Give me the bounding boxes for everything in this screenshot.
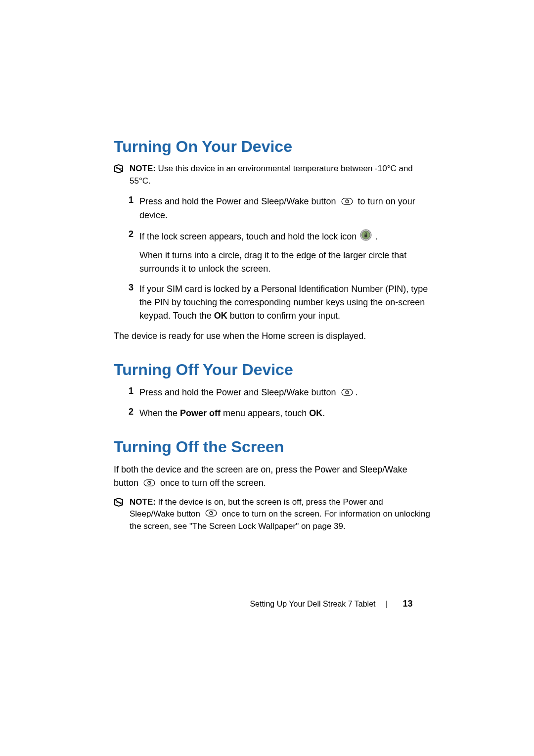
page-number: 13 — [403, 599, 413, 609]
text-part: . — [322, 408, 325, 418]
list-item: 2 If the lock screen appears, touch and … — [122, 229, 430, 276]
text-part: once to turn off the screen. — [160, 478, 266, 488]
list-body: If your SIM card is locked by a Personal… — [139, 283, 430, 323]
list-body: Press and hold the Power and Sleep/Wake … — [139, 386, 430, 400]
note-icon — [114, 497, 124, 507]
text-part: . — [356, 387, 358, 397]
list-number: 1 — [122, 195, 134, 205]
list-item: 1 Press and hold the Power and Sleep/Wak… — [122, 195, 430, 222]
list-item: 3 If your SIM card is locked by a Person… — [122, 283, 430, 323]
ordered-list-turning-off-device: 1 Press and hold the Power and Sleep/Wak… — [122, 386, 430, 420]
power-button-icon — [340, 195, 355, 209]
list-number: 3 — [122, 283, 134, 293]
text-part: Press and hold the Power and Sleep/Wake … — [139, 387, 339, 397]
list-number: 2 — [122, 229, 134, 239]
list-body: Press and hold the Power and Sleep/Wake … — [139, 195, 430, 222]
heading-turning-on: Turning On Your Device — [114, 138, 430, 156]
footer-separator: | — [386, 600, 388, 608]
screen-off-para: If both the device and the screen are on… — [114, 463, 430, 490]
power-button-icon — [142, 477, 157, 490]
list-body: When the Power off menu appears, touch O… — [139, 407, 430, 420]
note-icon — [114, 164, 124, 174]
note-text: NOTE: Use this device in an environmenta… — [130, 163, 430, 187]
lock-icon — [360, 229, 372, 245]
footer-text: Setting Up Your Dell Streak 7 Tablet — [250, 600, 375, 608]
note-text: NOTE: If the device is on, but the scree… — [130, 496, 430, 533]
text-part: If the lock screen appears, touch and ho… — [139, 232, 359, 241]
text-part: menu appears, touch — [221, 408, 309, 418]
closing-para: The device is ready for use when the Hom… — [114, 330, 430, 343]
list-item: 2 When the Power off menu appears, touch… — [122, 407, 430, 420]
text-part: button to confirm your input. — [227, 311, 340, 321]
power-button-icon — [340, 386, 355, 400]
footer-inner: Setting Up Your Dell Streak 7 Tablet | 1… — [250, 599, 412, 609]
power-button-icon — [204, 508, 219, 520]
list-sub-text: When it turns into a circle, drag it to … — [139, 249, 430, 276]
note-temperature: NOTE: Use this device in an environmenta… — [114, 163, 430, 187]
heading-turning-off-screen: Turning Off the Screen — [114, 438, 430, 456]
list-number: 1 — [122, 386, 134, 396]
text-part: . — [375, 232, 378, 241]
note-label: NOTE: — [130, 164, 156, 173]
svg-rect-9 — [365, 235, 368, 237]
note-screen: NOTE: If the device is on, but the scree… — [114, 496, 430, 533]
page-footer: Setting Up Your Dell Streak 7 Tablet | 1… — [0, 599, 534, 609]
list-body: If the lock screen appears, touch and ho… — [139, 229, 430, 276]
list-item: 1 Press and hold the Power and Sleep/Wak… — [122, 386, 430, 400]
page-content: Turning On Your Device NOTE: Use this de… — [114, 138, 430, 541]
note-label: NOTE: — [130, 497, 156, 507]
heading-turning-off-device: Turning Off Your Device — [114, 361, 430, 379]
list-number: 2 — [122, 407, 134, 417]
power-off-label: Power off — [180, 408, 221, 418]
text-part: When the — [139, 408, 180, 418]
ordered-list-turning-on: 1 Press and hold the Power and Sleep/Wak… — [122, 195, 430, 323]
text-part: Press and hold the Power and Sleep/Wake … — [139, 196, 339, 206]
ok-label: OK — [214, 311, 227, 321]
note-body: Use this device in an environmental temp… — [130, 164, 413, 186]
ok-label: OK — [309, 408, 322, 418]
